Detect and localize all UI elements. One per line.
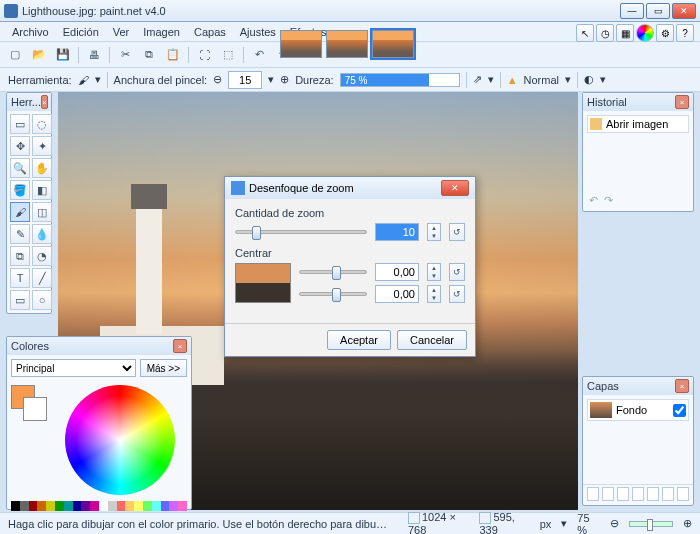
copy-icon[interactable]: ⧉ [140, 46, 158, 64]
width-decrease-icon[interactable]: ⊖ [213, 73, 222, 86]
image-thumb-2[interactable] [326, 30, 368, 58]
colors-more-button[interactable]: Más >> [140, 359, 187, 377]
tool-gradient[interactable]: ◧ [32, 180, 52, 200]
dialog-cancel-button[interactable]: Cancelar [397, 330, 467, 350]
undo-icon[interactable]: ↶ [250, 46, 268, 64]
layers-toggle-icon[interactable]: ▦ [616, 24, 634, 42]
color-mode-select[interactable]: Principal [11, 359, 136, 377]
antialias-icon[interactable]: ⇗ [473, 73, 482, 86]
menu-ver[interactable]: Ver [107, 24, 136, 40]
center-x-spinner[interactable]: ▲▼ [427, 263, 441, 281]
tool-brush[interactable]: 🖌 [10, 202, 30, 222]
open-icon[interactable]: 📂 [30, 46, 48, 64]
tool-move[interactable]: ✥ [10, 136, 30, 156]
history-redo-icon[interactable]: ↷ [604, 194, 613, 207]
layer-down-icon[interactable] [662, 487, 674, 501]
zoom-amount-input[interactable]: 10 [375, 223, 419, 241]
zoom-out-icon[interactable]: ⊖ [610, 517, 619, 530]
blend-dropdown-icon[interactable]: ▾ [565, 73, 571, 86]
menu-edicion[interactable]: Edición [57, 24, 105, 40]
close-button[interactable]: ✕ [672, 3, 696, 19]
alpha-dropdown-icon[interactable]: ▾ [600, 73, 606, 86]
zoom-amount-spinner[interactable]: ▲▼ [427, 223, 441, 241]
maximize-button[interactable]: ▭ [646, 3, 670, 19]
center-y-spinner[interactable]: ▲▼ [427, 285, 441, 303]
colors-toggle-icon[interactable] [636, 24, 654, 42]
hardness-slider[interactable]: 75 % [340, 73, 460, 87]
save-icon[interactable]: 💾 [54, 46, 72, 64]
tool-rect-select[interactable]: ▭ [10, 114, 30, 134]
center-y-reset-icon[interactable]: ↺ [449, 285, 465, 303]
layer-properties-icon[interactable] [677, 487, 689, 501]
colors-panel-close-icon[interactable]: × [173, 339, 187, 353]
center-x-input[interactable]: 0,00 [375, 263, 419, 281]
center-x-slider[interactable] [299, 270, 367, 274]
tool-ellipse[interactable]: ○ [32, 290, 52, 310]
zoom-amount-slider[interactable] [235, 230, 367, 234]
settings-icon[interactable]: ⚙ [656, 24, 674, 42]
antialias-dropdown-icon[interactable]: ▾ [488, 73, 494, 86]
cut-icon[interactable]: ✂ [116, 46, 134, 64]
width-dropdown-icon[interactable]: ▾ [268, 73, 274, 86]
tools-panel-close-icon[interactable]: × [41, 95, 48, 109]
tool-pencil[interactable]: ✎ [10, 224, 30, 244]
brush-width-input[interactable] [228, 71, 262, 89]
alpha-icon[interactable]: ◐ [584, 73, 594, 86]
zoom-in-icon[interactable]: ⊕ [683, 517, 692, 530]
menu-imagen[interactable]: Imagen [137, 24, 186, 40]
secondary-color-swatch[interactable] [23, 397, 47, 421]
layer-up-icon[interactable] [647, 487, 659, 501]
tool-text[interactable]: T [10, 268, 30, 288]
image-thumb-3[interactable] [372, 30, 414, 58]
center-x-reset-icon[interactable]: ↺ [449, 263, 465, 281]
history-undo-icon[interactable]: ↶ [589, 194, 598, 207]
layer-duplicate-icon[interactable] [617, 487, 629, 501]
center-y-slider[interactable] [299, 292, 367, 296]
color-palette[interactable] [11, 501, 187, 511]
center-y-input[interactable]: 0,00 [375, 285, 419, 303]
tool-lasso[interactable]: ◌ [32, 114, 52, 134]
tool-eraser[interactable]: ◫ [32, 202, 52, 222]
zoom-slider[interactable] [629, 521, 673, 527]
blend-icon[interactable]: ▲ [507, 74, 518, 86]
history-item[interactable]: Abrir imagen [587, 115, 689, 133]
center-preview[interactable] [235, 263, 291, 303]
image-thumb-1[interactable] [280, 30, 322, 58]
menu-ajustes[interactable]: Ajustes [234, 24, 282, 40]
layer-visibility-checkbox[interactable] [673, 404, 686, 417]
deselect-icon[interactable]: ⬚ [219, 46, 237, 64]
tools-toggle-icon[interactable]: ↖ [576, 24, 594, 42]
menu-archivo[interactable]: Archivo [6, 24, 55, 40]
layers-panel-close-icon[interactable]: × [675, 379, 689, 393]
app-icon [4, 4, 18, 18]
help-icon[interactable]: ? [676, 24, 694, 42]
layer-merge-icon[interactable] [632, 487, 644, 501]
layer-row[interactable]: Fondo [587, 399, 689, 421]
width-increase-icon[interactable]: ⊕ [280, 73, 289, 86]
tool-zoom[interactable]: 🔍 [10, 158, 30, 178]
tool-magic-wand[interactable]: ✦ [32, 136, 52, 156]
new-icon[interactable]: ▢ [6, 46, 24, 64]
tool-colorpicker[interactable]: 💧 [32, 224, 52, 244]
brush-tool-icon[interactable]: 🖌 [78, 74, 89, 86]
dialog-ok-button[interactable]: Aceptar [327, 330, 391, 350]
zoom-amount-reset-icon[interactable]: ↺ [449, 223, 465, 241]
crop-icon[interactable]: ⛶ [195, 46, 213, 64]
paste-icon[interactable]: 📋 [164, 46, 182, 64]
layer-add-icon[interactable] [587, 487, 599, 501]
history-panel-close-icon[interactable]: × [675, 95, 689, 109]
tool-fill[interactable]: 🪣 [10, 180, 30, 200]
tool-clone[interactable]: ⧉ [10, 246, 30, 266]
color-wheel[interactable] [65, 385, 175, 495]
tool-dropdown-icon[interactable]: ▾ [95, 73, 101, 86]
menu-capas[interactable]: Capas [188, 24, 232, 40]
minimize-button[interactable]: — [620, 3, 644, 19]
tool-line[interactable]: ╱ [32, 268, 52, 288]
tool-pan[interactable]: ✋ [32, 158, 52, 178]
layer-delete-icon[interactable] [602, 487, 614, 501]
tool-rect[interactable]: ▭ [10, 290, 30, 310]
tool-recolor[interactable]: ◔ [32, 246, 52, 266]
history-toggle-icon[interactable]: ◷ [596, 24, 614, 42]
print-icon[interactable]: 🖶 [85, 46, 103, 64]
dialog-close-icon[interactable]: ✕ [441, 180, 469, 196]
